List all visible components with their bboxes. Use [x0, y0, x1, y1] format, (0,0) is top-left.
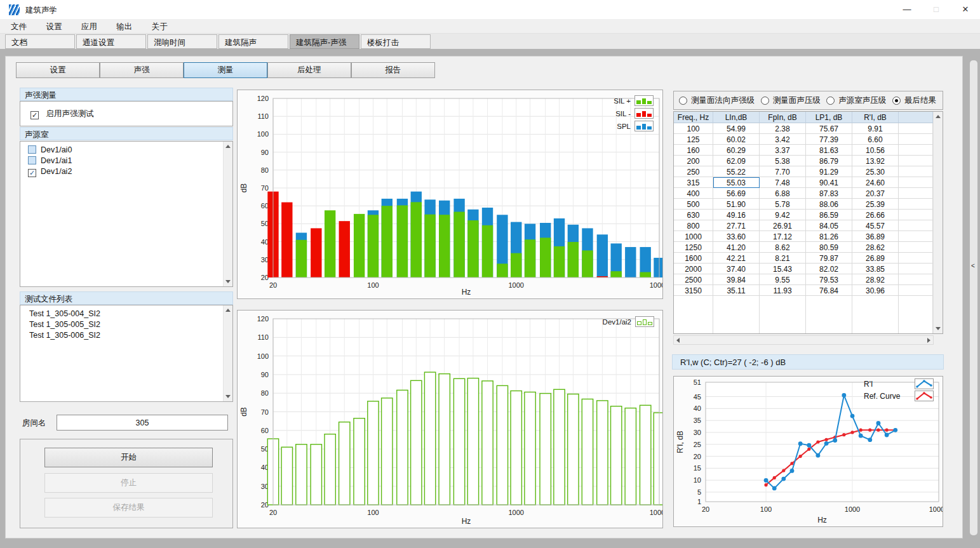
channel-item[interactable]: Dev1/ai1 [20, 155, 232, 166]
tab-reverberation-time[interactable]: 混响时间 [147, 34, 217, 49]
table-cell[interactable]: 90.41 [806, 177, 852, 188]
table-cell[interactable]: 20.37 [852, 188, 899, 199]
table-cell[interactable]: 25.30 [852, 166, 899, 177]
radio-icon[interactable] [679, 97, 687, 105]
table-cell[interactable]: 3.37 [760, 145, 806, 156]
test-file-scrollbar[interactable] [223, 305, 232, 401]
table-cell[interactable]: 26.91 [760, 220, 806, 231]
table-cell[interactable]: 36.89 [852, 231, 899, 242]
table-cell[interactable]: 26.66 [852, 210, 899, 220]
radio-normal-intensity-level[interactable]: 测量面法向声强级 [679, 95, 755, 106]
table-cell[interactable]: 81.63 [806, 145, 852, 156]
table-cell[interactable]: 37.40 [713, 264, 760, 274]
table-cell[interactable]: 26.89 [852, 253, 899, 264]
menu-application[interactable]: 应用 [73, 19, 105, 34]
table-cell[interactable]: 62.09 [713, 156, 760, 166]
column-header[interactable]: R'I, dB [852, 112, 899, 123]
subtab-report[interactable]: 报告 [351, 62, 435, 78]
table-cell[interactable]: 87.83 [806, 188, 852, 199]
table-cell[interactable]: 27.71 [713, 220, 760, 231]
test-file-item[interactable]: Test 1_305-006_SI2 [20, 330, 232, 340]
table-cell[interactable]: 79.53 [806, 274, 852, 285]
checkbox-unchecked-icon[interactable] [28, 156, 36, 164]
table-cell[interactable]: 84.05 [806, 220, 852, 231]
table-cell[interactable]: 33.60 [713, 231, 760, 242]
table-cell[interactable]: 42.21 [713, 253, 760, 264]
table-cell[interactable]: 17.12 [760, 231, 806, 242]
column-header[interactable]: LP1, dB [806, 112, 852, 123]
table-cell[interactable]: 49.16 [713, 210, 760, 220]
table-cell[interactable]: 45.57 [852, 220, 899, 231]
menu-about[interactable]: 关于 [144, 19, 176, 34]
subtab-measurement[interactable]: 测量 [184, 62, 267, 78]
table-cell[interactable]: 79.87 [806, 253, 852, 264]
subtab-settings[interactable]: 设置 [16, 62, 100, 78]
scroll-up-icon[interactable] [225, 309, 231, 312]
save-results-button[interactable]: 保存结果 [44, 498, 213, 518]
radio-final-result[interactable]: 最后结果 [892, 95, 936, 106]
table-cell[interactable]: 54.99 [713, 123, 760, 134]
table-cell[interactable]: 51.90 [713, 199, 760, 210]
table-cell[interactable]: 7.48 [760, 177, 806, 188]
table-cell[interactable]: 24.60 [852, 177, 899, 188]
results-table-vscrollbar[interactable] [933, 112, 943, 333]
scroll-down-icon[interactable] [936, 327, 941, 330]
column-header[interactable]: LIn,dB [713, 112, 760, 123]
table-cell[interactable]: 1600 [674, 253, 713, 264]
table-cell[interactable]: 82.02 [806, 264, 852, 274]
table-cell[interactable]: 88.06 [806, 199, 852, 210]
radio-icon[interactable] [826, 97, 835, 105]
tab-building-insulation-intensity[interactable]: 建筑隔声-声强 [290, 34, 359, 49]
tab-document[interactable]: 文档 [5, 34, 75, 49]
table-cell[interactable]: 81.26 [806, 231, 852, 242]
table-cell[interactable]: 75.67 [806, 123, 852, 134]
table-cell[interactable]: 60.02 [713, 134, 760, 145]
radio-icon-selected[interactable] [892, 97, 901, 105]
table-cell[interactable]: 1250 [674, 242, 713, 253]
collapse-left-icon[interactable]: < [971, 262, 975, 269]
table-cell[interactable]: 35.11 [713, 285, 760, 296]
table-cell[interactable]: 9.55 [760, 274, 806, 285]
tab-floor-impact[interactable]: 楼板打击 [361, 34, 431, 49]
enable-intensity-checkbox[interactable] [30, 111, 39, 119]
scroll-up-icon[interactable] [936, 115, 941, 118]
table-cell[interactable]: 6.60 [852, 134, 899, 145]
scroll-up-icon[interactable] [225, 145, 231, 148]
table-cell[interactable]: 160 [674, 145, 713, 156]
table-cell[interactable]: 7.70 [760, 166, 806, 177]
table-cell[interactable]: 39.84 [713, 274, 760, 285]
tab-channel-setup[interactable]: 通道设置 [76, 34, 146, 49]
minimize-button[interactable]: — [892, 0, 922, 19]
channel-item[interactable]: Dev1/ai2 [20, 166, 232, 178]
table-cell[interactable]: 800 [674, 220, 713, 231]
table-cell[interactable]: 76.84 [806, 285, 852, 296]
table-cell[interactable]: 28.92 [852, 274, 899, 285]
radio-source-room-spl[interactable]: 声源室声压级 [826, 95, 886, 106]
table-cell[interactable]: 2500 [674, 274, 713, 285]
table-cell[interactable]: 315 [674, 177, 713, 188]
table-cell[interactable]: 30.96 [852, 285, 899, 296]
table-cell[interactable]: 11.93 [760, 285, 806, 296]
menu-output[interactable]: 输出 [108, 19, 140, 34]
subtab-postprocessing[interactable]: 后处理 [267, 62, 351, 78]
table-cell[interactable]: 630 [674, 210, 713, 220]
table-cell[interactable]: 2000 [674, 264, 713, 274]
close-button[interactable]: ✕ [951, 0, 980, 19]
table-cell[interactable]: 6.88 [760, 188, 806, 199]
panel-splitter-handle[interactable]: < [970, 60, 977, 535]
scroll-down-icon[interactable] [225, 395, 231, 398]
table-cell[interactable]: 86.79 [806, 156, 852, 166]
test-file-item[interactable]: Test 1_305-005_SI2 [20, 319, 232, 330]
table-cell[interactable]: 15.43 [760, 264, 806, 274]
table-cell[interactable]: 100 [674, 123, 713, 134]
menu-settings[interactable]: 设置 [37, 19, 70, 34]
table-cell[interactable]: 33.85 [852, 264, 899, 274]
table-cell[interactable]: 55.03 [713, 177, 760, 188]
table-cell[interactable]: 200 [674, 156, 713, 166]
scroll-down-icon[interactable] [225, 280, 231, 283]
table-cell[interactable]: 3150 [674, 285, 713, 296]
table-cell[interactable]: 77.39 [806, 134, 852, 145]
table-cell[interactable]: 13.92 [852, 156, 899, 166]
table-cell[interactable]: 91.29 [806, 166, 852, 177]
table-cell[interactable]: 41.20 [713, 242, 760, 253]
